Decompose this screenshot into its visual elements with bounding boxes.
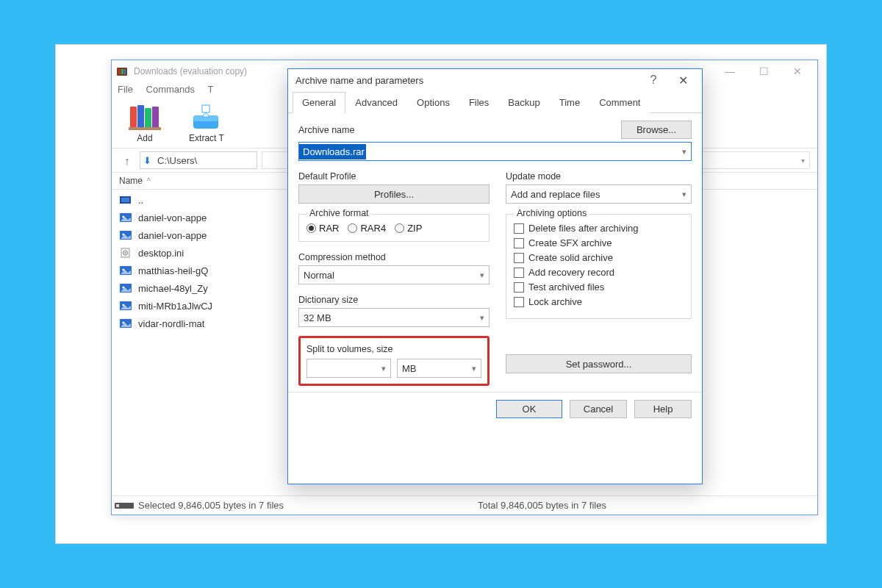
svg-rect-1 xyxy=(118,69,121,74)
chevron-down-icon: ▾ xyxy=(678,147,691,157)
svg-rect-11 xyxy=(202,105,209,112)
default-profile-label: Default Profile xyxy=(298,171,490,182)
toolbar-extract-label: Extract T xyxy=(189,133,224,143)
check-delete[interactable]: Delete files after archiving xyxy=(514,223,684,234)
split-label: Split to volumes, size xyxy=(306,344,481,354)
profiles-button[interactable]: Profiles... xyxy=(298,184,490,204)
ini-icon xyxy=(119,247,132,259)
sort-asc-icon: ^ xyxy=(147,177,151,185)
image-icon xyxy=(119,229,132,241)
image-icon xyxy=(119,282,132,294)
up-icon xyxy=(119,194,132,206)
menu-truncated[interactable]: T xyxy=(207,84,213,95)
check-sfx[interactable]: Create SFX archive xyxy=(514,237,684,248)
dialog-title: Archive name and parameters xyxy=(295,75,639,86)
image-icon xyxy=(119,212,132,223)
dialog-help-button[interactable]: ? xyxy=(639,74,668,87)
archiving-options-group: Archiving options Delete files after arc… xyxy=(506,214,692,319)
check-recovery[interactable]: Add recovery record xyxy=(514,267,684,278)
extract-icon xyxy=(189,102,224,132)
menu-commands[interactable]: Commands xyxy=(146,84,195,95)
chevron-down-icon: ▾ xyxy=(480,313,484,323)
check-solid[interactable]: Create solid archive xyxy=(514,252,684,263)
svg-rect-13 xyxy=(121,198,129,202)
image-icon xyxy=(119,300,132,312)
file-label: matthias-heil-gQ xyxy=(138,265,208,276)
file-label: desktop.ini xyxy=(138,248,184,259)
radio-rar4[interactable]: RAR4 xyxy=(348,223,386,234)
minimize-button[interactable]: — xyxy=(713,61,747,82)
split-unit-combo[interactable]: MB▾ xyxy=(397,359,481,378)
statusbar: Selected 9,846,005 bytes in 7 files Tota… xyxy=(112,495,817,514)
cancel-button[interactable]: Cancel xyxy=(570,400,627,418)
archive-format-group: Archive format RAR RAR4 ZIP xyxy=(298,214,490,242)
archive-name-label: Archive name xyxy=(298,125,354,135)
archiving-options-label: Archiving options xyxy=(514,208,589,218)
tab-time[interactable]: Time xyxy=(550,92,589,113)
file-label: daniel-von-appe xyxy=(138,230,207,241)
tab-files[interactable]: Files xyxy=(459,92,498,113)
split-size-combo[interactable]: ▾ xyxy=(306,359,391,378)
help-button[interactable]: Help xyxy=(634,400,692,418)
archive-dialog: Archive name and parameters ? ✕ GeneralA… xyxy=(287,68,703,484)
chevron-down-icon: ▾ xyxy=(480,270,484,280)
chevron-down-icon: ▾ xyxy=(381,364,386,373)
check-test[interactable]: Test archived files xyxy=(514,282,684,293)
svg-rect-4 xyxy=(130,107,137,129)
path-input[interactable] xyxy=(156,154,254,167)
chevron-down-icon: ▾ xyxy=(682,190,686,199)
maximize-button[interactable]: ☐ xyxy=(747,61,781,82)
dialog-close-button[interactable]: ✕ xyxy=(668,74,698,87)
close-button[interactable]: ✕ xyxy=(781,61,814,82)
browse-button[interactable]: Browse... xyxy=(621,121,692,139)
tab-general[interactable]: General xyxy=(293,92,345,113)
chevron-down-icon: ▾ xyxy=(472,364,476,373)
radio-rar[interactable]: RAR xyxy=(306,223,339,234)
svg-point-20 xyxy=(125,252,126,254)
update-mode-combo[interactable]: Add and replace files▾ xyxy=(506,184,692,204)
dialog-tabs: GeneralAdvancedOptionsFilesBackupTimeCom… xyxy=(288,91,702,113)
path-field[interactable]: ⬇ xyxy=(140,151,257,169)
file-label: daniel-von-appe xyxy=(138,212,207,223)
split-volumes-group: Split to volumes, size ▾ MB▾ xyxy=(298,336,490,386)
books-icon xyxy=(127,102,162,132)
svg-rect-6 xyxy=(145,108,151,129)
ok-button[interactable]: OK xyxy=(496,400,562,418)
file-label: miti-MRb1aJlwCJ xyxy=(138,301,212,312)
up-button[interactable]: ↑ xyxy=(119,152,135,168)
file-label: vidar-nordli-mat xyxy=(138,318,204,329)
statusbar-total: Total 9,846,005 bytes in 7 files xyxy=(478,500,817,511)
svg-rect-5 xyxy=(137,105,144,129)
chevron-down-icon: ▾ xyxy=(801,157,805,165)
image-icon xyxy=(119,265,132,276)
tab-comment[interactable]: Comment xyxy=(589,92,650,113)
radio-zip[interactable]: ZIP xyxy=(395,223,422,234)
tab-options[interactable]: Options xyxy=(407,92,459,113)
column-name[interactable]: Name xyxy=(119,176,143,186)
image-icon xyxy=(119,318,132,329)
file-label: michael-48yl_Zy xyxy=(138,283,208,294)
dialog-titlebar: Archive name and parameters ? ✕ xyxy=(288,69,702,91)
tab-advanced[interactable]: Advanced xyxy=(345,92,407,113)
set-password-button[interactable]: Set password... xyxy=(506,354,692,373)
dictionary-label: Dictionary size xyxy=(298,295,490,305)
toolbar-extract[interactable]: Extract T xyxy=(182,102,231,143)
download-arrow-icon: ⬇ xyxy=(143,155,151,166)
toolbar-add[interactable]: Add xyxy=(121,102,169,143)
svg-rect-7 xyxy=(152,107,159,129)
svg-rect-3 xyxy=(124,69,126,74)
compression-combo[interactable]: Normal▾ xyxy=(298,265,490,284)
dictionary-combo[interactable]: 32 MB▾ xyxy=(298,308,490,327)
drive-icon xyxy=(112,501,137,510)
check-lock[interactable]: Lock archive xyxy=(514,296,684,307)
dialog-buttons: OK Cancel Help xyxy=(288,392,702,427)
archive-name-input[interactable]: Downloads.rar xyxy=(299,144,366,159)
svg-rect-2 xyxy=(121,69,123,74)
svg-rect-30 xyxy=(116,504,119,507)
archive-format-label: Archive format xyxy=(306,208,372,218)
archive-name-field[interactable]: Downloads.rar ▾ xyxy=(298,142,692,161)
menu-file[interactable]: File xyxy=(118,84,133,95)
background-canvas: Downloads (evaluation copy) — ☐ ✕ File C… xyxy=(55,44,827,544)
tab-backup[interactable]: Backup xyxy=(498,92,549,113)
file-label: .. xyxy=(138,195,143,206)
